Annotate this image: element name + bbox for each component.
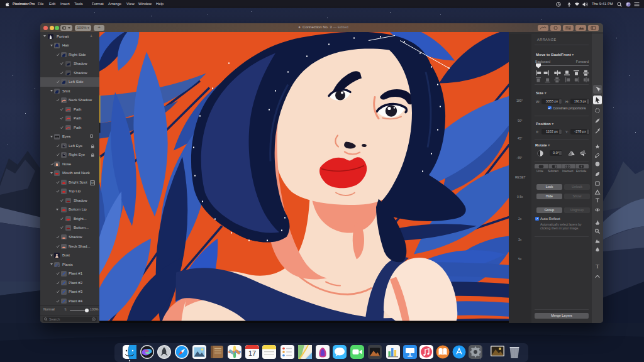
svg-text:T: T [596,263,599,270]
svg-text:17: 17 [248,349,256,357]
